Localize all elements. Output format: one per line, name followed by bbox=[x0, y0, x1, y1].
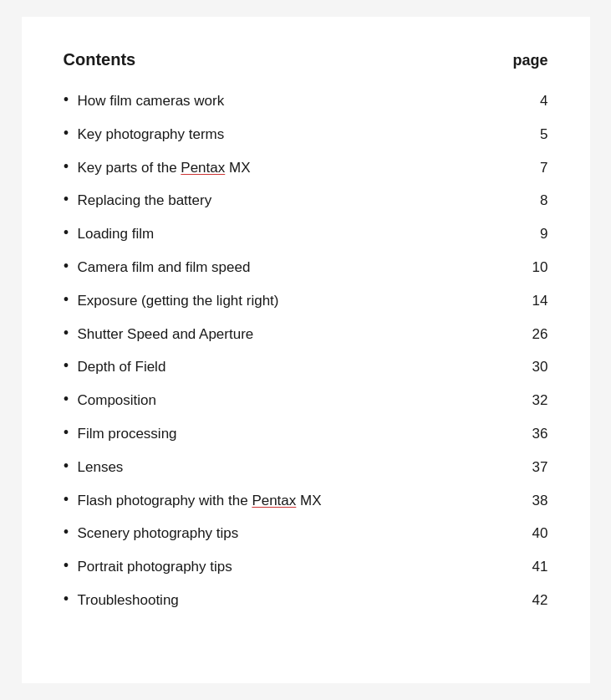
table-row: •Camera film and film speed10 bbox=[64, 251, 548, 284]
bullet-icon: • bbox=[64, 224, 69, 241]
toc-item-text: How film cameras work bbox=[78, 91, 225, 111]
toc-item-left: •Shutter Speed and Aperture bbox=[64, 324, 254, 345]
table-row: •Key photography terms5 bbox=[64, 118, 548, 151]
table-row: •Lenses37 bbox=[64, 451, 548, 484]
toc-item-page-number: 7 bbox=[540, 160, 547, 176]
table-row: •Replacing the battery8 bbox=[64, 184, 548, 217]
bullet-icon: • bbox=[64, 391, 69, 407]
toc-item-text: Key parts of the Pentax MX bbox=[78, 158, 251, 178]
bullet-icon: • bbox=[64, 125, 69, 141]
toc-item-page-number: 26 bbox=[532, 326, 548, 343]
toc-header: Contents page bbox=[64, 50, 548, 69]
toc-item-left: •Exposure (getting the light right) bbox=[64, 291, 279, 311]
toc-item-text: Scenery photography tips bbox=[78, 524, 239, 544]
toc-item-text: Shutter Speed and Aperture bbox=[78, 324, 254, 345]
toc-item-page-number: 10 bbox=[532, 259, 548, 276]
toc-item-page-number: 8 bbox=[540, 192, 547, 209]
toc-item-text: Portrait photography tips bbox=[78, 557, 232, 577]
table-row: •Film processing36 bbox=[64, 417, 548, 451]
bullet-icon: • bbox=[64, 557, 69, 574]
toc-item-page-number: 42 bbox=[532, 592, 548, 609]
toc-item-page-number: 32 bbox=[532, 392, 548, 409]
table-row: •Loading film9 bbox=[64, 217, 548, 251]
toc-item-page-number: 38 bbox=[532, 493, 548, 509]
toc-item-text: Flash photography with the Pentax MX bbox=[78, 491, 322, 511]
toc-item-text: Composition bbox=[78, 391, 157, 411]
table-row: •Flash photography with the Pentax MX38 bbox=[64, 484, 548, 518]
bullet-icon: • bbox=[64, 191, 69, 207]
bullet-icon: • bbox=[64, 357, 69, 374]
bullet-icon: • bbox=[64, 91, 69, 108]
toc-item-left: •Depth of Field bbox=[64, 357, 166, 377]
toc-item-page-number: 9 bbox=[540, 226, 547, 243]
table-row: •Troubleshooting42 bbox=[64, 584, 548, 617]
bullet-icon: • bbox=[64, 491, 69, 508]
bullet-icon: • bbox=[64, 158, 69, 175]
toc-item-left: •Flash photography with the Pentax MX bbox=[64, 491, 322, 511]
toc-item-page-number: 40 bbox=[532, 525, 548, 542]
bullet-icon: • bbox=[64, 291, 69, 308]
table-row: •Exposure (getting the light right)14 bbox=[64, 284, 548, 318]
toc-item-text: Key photography terms bbox=[78, 125, 225, 145]
toc-item-page-number: 36 bbox=[532, 426, 548, 442]
toc-item-page-number: 41 bbox=[532, 559, 548, 575]
table-row: •Portrait photography tips41 bbox=[64, 550, 548, 584]
toc-item-page-number: 14 bbox=[532, 293, 548, 309]
toc-item-left: •Replacing the battery bbox=[64, 191, 212, 211]
toc-item-text: Film processing bbox=[78, 424, 177, 444]
toc-item-left: •Key parts of the Pentax MX bbox=[64, 158, 251, 178]
toc-item-text: Camera film and film speed bbox=[78, 258, 251, 278]
toc-item-page-number: 4 bbox=[540, 93, 547, 110]
table-row: •Scenery photography tips40 bbox=[64, 517, 548, 550]
table-row: •Depth of Field30 bbox=[64, 350, 548, 384]
bullet-icon: • bbox=[64, 424, 69, 441]
table-row: •How film cameras work4 bbox=[64, 84, 548, 118]
toc-item-left: •Lenses bbox=[64, 457, 124, 478]
toc-item-page-number: 37 bbox=[532, 459, 548, 476]
toc-item-text: Replacing the battery bbox=[78, 191, 212, 211]
toc-item-left: •How film cameras work bbox=[64, 91, 225, 111]
toc-title: Contents bbox=[64, 50, 136, 69]
table-row: •Key parts of the Pentax MX7 bbox=[64, 151, 548, 185]
toc-list: •How film cameras work4•Key photography … bbox=[64, 84, 548, 617]
toc-item-left: •Scenery photography tips bbox=[64, 524, 239, 544]
table-row: •Shutter Speed and Aperture26 bbox=[64, 318, 548, 351]
toc-item-text: Lenses bbox=[78, 457, 124, 478]
toc-page: Contents page •How film cameras work4•Ke… bbox=[22, 17, 590, 683]
toc-item-left: •Troubleshooting bbox=[64, 590, 179, 611]
toc-item-left: •Film processing bbox=[64, 424, 177, 444]
toc-item-left: •Camera film and film speed bbox=[64, 258, 251, 278]
toc-item-text: Troubleshooting bbox=[78, 590, 179, 611]
toc-item-left: •Portrait photography tips bbox=[64, 557, 232, 577]
toc-item-page-number: 30 bbox=[532, 359, 548, 376]
bullet-icon: • bbox=[64, 457, 69, 474]
toc-page-label: page bbox=[512, 52, 547, 69]
toc-item-text: Exposure (getting the light right) bbox=[78, 291, 279, 311]
table-row: •Composition32 bbox=[64, 384, 548, 417]
toc-item-left: •Key photography terms bbox=[64, 125, 225, 145]
toc-item-left: •Composition bbox=[64, 391, 157, 411]
bullet-icon: • bbox=[64, 590, 69, 607]
bullet-icon: • bbox=[64, 324, 69, 341]
toc-item-text: Depth of Field bbox=[78, 357, 166, 377]
bullet-icon: • bbox=[64, 524, 69, 540]
toc-item-text: Loading film bbox=[78, 224, 155, 244]
bullet-icon: • bbox=[64, 258, 69, 274]
toc-item-left: •Loading film bbox=[64, 224, 155, 244]
toc-item-page-number: 5 bbox=[540, 126, 547, 143]
